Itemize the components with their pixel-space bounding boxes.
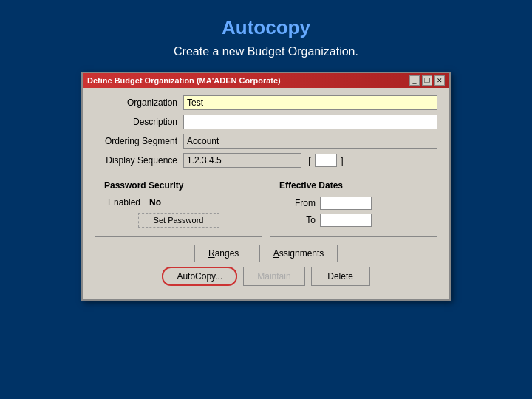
- seq-bracket-input[interactable]: [315, 154, 337, 167]
- button-row-1: Ranges Assignments: [95, 245, 437, 262]
- seq-bracket: [ ]: [306, 154, 344, 167]
- dialog-body: Organization Description Ordering Segmen…: [83, 88, 449, 299]
- autocopy-button[interactable]: AutoCopy...: [162, 267, 237, 286]
- set-password-button[interactable]: Set Password: [138, 213, 219, 228]
- restore-button[interactable]: ❐: [422, 75, 432, 86]
- ordering-segment-row: Ordering Segment: [95, 134, 437, 149]
- page-title: Autocopy: [222, 16, 310, 39]
- delete-button[interactable]: Delete: [311, 267, 370, 286]
- enabled-row: Enabled No: [104, 197, 253, 208]
- display-sequence-input[interactable]: [183, 153, 301, 168]
- display-sequence-container: [ ]: [183, 153, 344, 168]
- ordering-segment-input[interactable]: [183, 134, 437, 149]
- effective-dates-title: Effective Dates: [279, 180, 428, 191]
- dialog-titlebar: Define Budget Organization (MA'ADEN Corp…: [83, 73, 449, 88]
- password-security-panel: Password Security Enabled No Set Passwor…: [95, 174, 262, 237]
- button-row-2: AutoCopy... Maintain Delete: [95, 267, 437, 286]
- description-label: Description: [95, 117, 183, 127]
- enabled-label: Enabled: [104, 197, 145, 208]
- ranges-button[interactable]: Ranges: [194, 245, 253, 262]
- assignments-label-rest: ssignments: [279, 248, 324, 259]
- organization-label: Organization: [95, 98, 183, 108]
- to-input[interactable]: [320, 214, 372, 227]
- panels-row: Password Security Enabled No Set Passwor…: [95, 174, 437, 237]
- dialog-window: Define Budget Organization (MA'ADEN Corp…: [81, 72, 451, 301]
- ordering-segment-label: Ordering Segment: [95, 136, 183, 146]
- dialog-title: Define Budget Organization (MA'ADEN Corp…: [87, 76, 281, 85]
- description-row: Description: [95, 115, 437, 129]
- ranges-label-rest: anges: [215, 248, 239, 259]
- page-subtitle: Create a new Budget Organization.: [174, 45, 358, 58]
- password-security-title: Password Security: [104, 180, 253, 191]
- display-sequence-label: Display Sequence: [95, 155, 183, 166]
- display-sequence-row: Display Sequence [ ]: [95, 153, 437, 168]
- ranges-underline: R: [208, 248, 215, 259]
- maintain-button[interactable]: Maintain: [243, 267, 304, 286]
- close-button[interactable]: ✕: [434, 75, 445, 86]
- organization-row: Organization: [95, 95, 437, 110]
- to-row: To: [279, 214, 428, 227]
- from-label: From: [279, 198, 320, 208]
- effective-dates-panel: Effective Dates From To: [270, 174, 437, 237]
- dialog-title-icons: _ ❐ ✕: [409, 75, 445, 86]
- to-label: To: [279, 215, 320, 225]
- assignments-button[interactable]: Assignments: [259, 245, 338, 262]
- from-input[interactable]: [320, 197, 372, 210]
- organization-input[interactable]: [183, 95, 437, 110]
- description-input[interactable]: [183, 115, 437, 129]
- assignments-underline: A: [273, 248, 279, 259]
- minimize-button[interactable]: _: [409, 75, 420, 86]
- from-row: From: [279, 197, 428, 210]
- enabled-value: No: [145, 197, 166, 208]
